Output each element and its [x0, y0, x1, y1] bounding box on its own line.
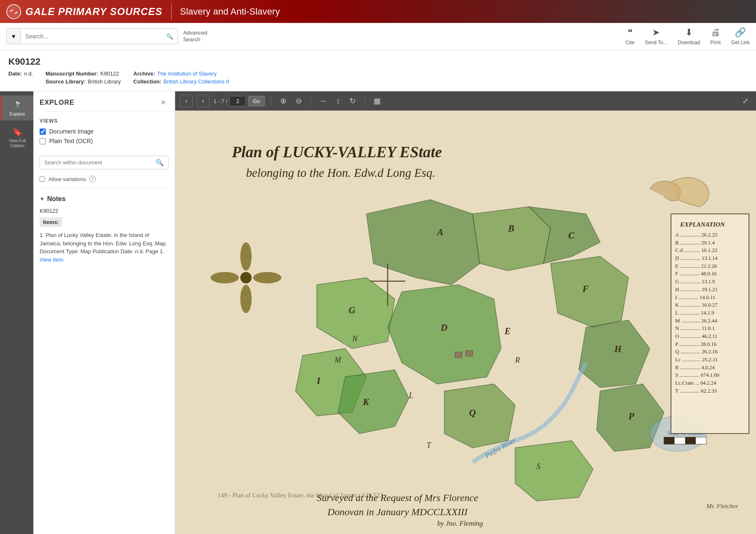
svg-text:Plan of LUCKY-VALLEY EState: Plan of LUCKY-VALLEY EState: [231, 144, 442, 161]
expand-button[interactable]: ⤢: [740, 95, 751, 107]
sidebar-item-view-full-citation[interactable]: 🔖 View Full Citation: [0, 123, 33, 153]
get-link-label: Get Link: [731, 40, 750, 45]
explore-nav-label: Explore: [10, 111, 25, 116]
print-button[interactable]: 🖨 Print: [711, 27, 721, 45]
svg-text:M .............. 26.2.44: M .............. 26.2.44: [675, 318, 717, 324]
search-within-button[interactable]: 🔍: [151, 159, 168, 166]
send-to-icon: ➤: [652, 27, 660, 38]
send-to-label: Send To...: [645, 40, 667, 45]
svg-text:Q: Q: [469, 408, 476, 418]
svg-text:F: F: [582, 284, 589, 294]
help-icon[interactable]: ?: [89, 176, 96, 182]
collection-link[interactable]: British Library Collections II: [163, 78, 229, 85]
svg-text:G: G: [349, 305, 355, 315]
svg-text:R: R: [515, 355, 520, 364]
viewer-toolbar: ‹ › 1 - 7 / Go ⊕ ⊖ ↔ ↕ ↻: [175, 91, 756, 111]
notes-toggle-icon[interactable]: ▼: [40, 196, 45, 202]
archive-label: Archive:: [133, 71, 155, 77]
svg-text:P ............... 28.0.16: P ............... 28.0.16: [675, 341, 716, 347]
search-submit-button[interactable]: 🔍: [162, 28, 178, 44]
send-to-button[interactable]: ➤ Send To...: [645, 27, 667, 45]
page-info: 1 - 7 / Go: [213, 96, 265, 106]
page-number-input[interactable]: [229, 96, 246, 106]
search-within-icon: 🔍: [156, 159, 164, 166]
svg-text:N ............... 11.0.1: N ............... 11.0.1: [675, 325, 715, 331]
app-logo: GALE PRIMARY SOURCES: [6, 4, 163, 19]
explore-icon: 🔭: [12, 100, 23, 110]
app-name: GALE PRIMARY SOURCES: [25, 6, 163, 18]
download-label: Download: [678, 40, 700, 45]
cite-button[interactable]: ❝ Cite: [625, 27, 634, 45]
search-category-dropdown[interactable]: ▼: [6, 28, 20, 44]
svg-text:G ............... 13.1.9: G ............... 13.1.9: [675, 279, 715, 285]
document-image-checkbox-row[interactable]: Document Image: [40, 128, 168, 135]
search-icon: 🔍: [166, 33, 173, 40]
svg-text:T ............... 62.2.33: T ............... 62.2.33: [675, 388, 717, 394]
views-label: VIEWS: [40, 118, 168, 124]
search-input-wrapper: [20, 28, 162, 44]
image-viewer: ‹ › 1 - 7 / Go ⊕ ⊖ ↔ ↕ ↻: [175, 91, 756, 534]
prev-page-button[interactable]: ‹: [180, 95, 193, 107]
svg-point-7: [240, 285, 251, 313]
collection-label: Collection:: [133, 78, 161, 85]
svg-text:D ............... 13.1.14: D ............... 13.1.14: [675, 255, 718, 261]
notes-title: Notes: [47, 195, 65, 203]
search-bar: ▼ 🔍 AdvancedSearch ❝ Cite ➤ Send To... ⬇…: [0, 23, 756, 50]
search-within-input[interactable]: [40, 156, 151, 169]
allow-variations-checkbox[interactable]: [40, 176, 45, 182]
zoom-in-button[interactable]: ⊕: [278, 95, 289, 107]
next-page-button[interactable]: ›: [197, 95, 209, 107]
toolbar-right: ❝ Cite ➤ Send To... ⬇ Download 🖨 Print 🔗…: [625, 27, 750, 45]
advanced-search-link[interactable]: AdvancedSearch: [183, 30, 207, 43]
sidebar-item-explore[interactable]: 🔭 Explore: [0, 96, 33, 121]
svg-text:D: D: [440, 322, 447, 333]
zoom-out-button[interactable]: ⊖: [293, 95, 304, 107]
document-id: K90122: [8, 56, 748, 67]
date-label: Date:: [8, 71, 22, 77]
manuscript-value: K90122: [100, 71, 119, 77]
print-icon: 🖨: [711, 27, 720, 38]
cite-label: Cite: [625, 40, 634, 45]
svg-text:N: N: [352, 334, 358, 343]
rotate-button[interactable]: ↻: [347, 95, 358, 107]
svg-text:L: L: [409, 391, 413, 400]
notes-id: K90122: [40, 208, 168, 214]
explore-close-button[interactable]: ✕: [158, 98, 168, 107]
svg-text:H ............... 19.1.21: H ............... 19.1.21: [675, 287, 718, 292]
citation-icon: 🔖: [12, 127, 23, 137]
fit-height-icon: ↕: [337, 97, 340, 105]
svg-text:C.d ............ 16.1.23: C.d ............ 16.1.23: [675, 247, 717, 253]
allow-variations-row: Allow variations ?: [33, 176, 175, 189]
plain-text-checkbox[interactable]: [40, 138, 46, 144]
search-input[interactable]: [21, 29, 162, 44]
document-image-checkbox[interactable]: [40, 128, 46, 135]
notes-header: ▼ Notes: [40, 195, 168, 203]
plain-text-checkbox-row[interactable]: Plain Text (OCR): [40, 138, 168, 144]
fit-width-icon: ↔: [320, 97, 327, 105]
explore-panel: EXPLORE ✕ VIEWS Document Image Plain Tex…: [33, 91, 175, 534]
fit-width-button[interactable]: ↔: [317, 95, 330, 107]
svg-text:I: I: [316, 375, 321, 386]
view-item-link[interactable]: View Item: [40, 257, 63, 263]
svg-text:L ............... 14.1.9: L ............... 14.1.9: [675, 310, 714, 316]
document-metadata: Date: n.d. Manuscript Number: K90122 Sou…: [8, 71, 748, 85]
svg-text:A ............... 26.2.23: A ............... 26.2.23: [675, 232, 717, 238]
svg-rect-47: [671, 214, 749, 434]
map-document-image: Plan of LUCKY-VALLEY EState belonging to…: [175, 111, 756, 534]
svg-text:O ............... 46.2.11: O ............... 46.2.11: [675, 333, 717, 339]
svg-rect-73: [466, 351, 473, 357]
get-link-button[interactable]: 🔗 Get Link: [731, 27, 750, 45]
archive-link[interactable]: The Institution of Slavery: [157, 71, 217, 77]
go-button[interactable]: Go: [248, 96, 264, 106]
svg-text:R ............... 4.0.24: R ............... 4.0.24: [675, 365, 715, 370]
notes-section: ▼ Notes K90122 Items: 1. Plan of Lucky V…: [33, 189, 175, 270]
document-image-label: Document Image: [49, 128, 94, 135]
image-mode-button[interactable]: ▦: [371, 95, 383, 107]
svg-text:by Jno. Fleming: by Jno. Fleming: [437, 519, 483, 527]
download-button[interactable]: ⬇ Download: [678, 27, 700, 45]
svg-text:Mr. Fletcher: Mr. Fletcher: [706, 502, 738, 509]
fit-height-button[interactable]: ↕: [334, 95, 343, 107]
svg-point-6: [240, 242, 251, 271]
citation-nav-label: View Full Citation: [3, 139, 31, 149]
rotate-icon: ↻: [349, 97, 356, 105]
